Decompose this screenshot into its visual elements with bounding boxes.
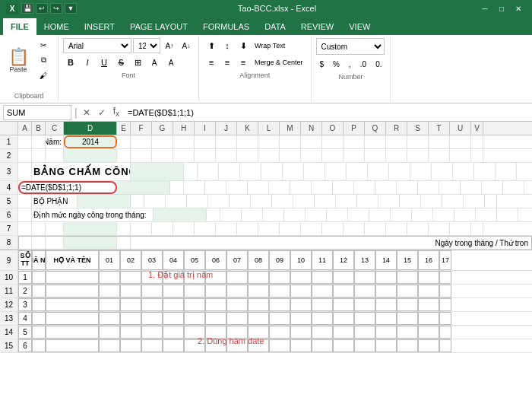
- cell-G2[interactable]: [152, 149, 173, 162]
- cell-K10[interactable]: [205, 271, 226, 284]
- border-button[interactable]: ⊞: [130, 55, 145, 70]
- col-header-N[interactable]: N: [301, 122, 322, 135]
- col-header-K[interactable]: K: [237, 122, 258, 135]
- cell-E5[interactable]: [131, 195, 144, 208]
- currency-button[interactable]: $: [316, 56, 328, 72]
- cell-H14[interactable]: [141, 326, 163, 339]
- cell-E4[interactable]: [170, 181, 184, 194]
- cell-U12[interactable]: [418, 298, 439, 311]
- cell-N3[interactable]: [368, 163, 389, 180]
- cell-P3[interactable]: [410, 163, 432, 180]
- top-align-button[interactable]: ⬆: [204, 38, 219, 53]
- cell-L3[interactable]: [325, 163, 347, 180]
- cell-B1[interactable]: [32, 135, 46, 148]
- close-button[interactable]: ✕: [511, 3, 526, 14]
- font-size-select[interactable]: 12: [133, 38, 160, 53]
- cell-Q7[interactable]: [365, 222, 386, 235]
- cell-J15[interactable]: [184, 339, 205, 352]
- cell-P12[interactable]: [312, 298, 333, 311]
- copy-button[interactable]: ⧉: [33, 53, 53, 67]
- cell-I9[interactable]: 04: [163, 250, 184, 270]
- cell-G15[interactable]: [120, 339, 141, 352]
- cell-G11[interactable]: [120, 285, 141, 298]
- cell-S14[interactable]: [375, 326, 397, 339]
- cell-R1[interactable]: [386, 135, 407, 148]
- cell-H3[interactable]: [240, 163, 261, 180]
- cell-G10[interactable]: [120, 271, 141, 284]
- cell-F11[interactable]: [99, 285, 120, 298]
- cell-B12[interactable]: [32, 298, 46, 311]
- cell-R10[interactable]: [354, 271, 375, 284]
- cell-S9[interactable]: 14: [375, 250, 397, 270]
- cell-D5[interactable]: [78, 195, 131, 208]
- cell-J5[interactable]: [230, 195, 251, 208]
- col-header-M[interactable]: M: [280, 122, 301, 135]
- italic-button[interactable]: I: [80, 55, 95, 70]
- tab-home[interactable]: HOME: [36, 18, 77, 35]
- cell-K3[interactable]: [304, 163, 325, 180]
- cell-U7[interactable]: [450, 222, 471, 235]
- col-header-V[interactable]: V: [471, 122, 483, 135]
- cell-I14[interactable]: [163, 326, 184, 339]
- cell-Q2[interactable]: [365, 149, 386, 162]
- cell-G5[interactable]: [166, 195, 187, 208]
- col-header-I[interactable]: I: [195, 122, 216, 135]
- col-header-T[interactable]: T: [429, 122, 450, 135]
- cell-B8[interactable]: [32, 236, 46, 249]
- cell-H2[interactable]: [173, 149, 195, 162]
- cell-S15[interactable]: [375, 339, 397, 352]
- merge-center-button[interactable]: Merge & Center: [252, 55, 306, 70]
- cell-I13[interactable]: [163, 312, 184, 325]
- cell-L11[interactable]: [226, 285, 248, 298]
- cell-F2[interactable]: [131, 149, 152, 162]
- cell-J2[interactable]: [216, 149, 237, 162]
- cell-B6[interactable]: Định mức ngày công trong tháng:: [32, 208, 154, 221]
- cell-V11[interactable]: [439, 285, 451, 298]
- cell-A13[interactable]: 4: [18, 312, 32, 325]
- cell-V5[interactable]: [485, 195, 497, 208]
- cell-M9[interactable]: 08: [248, 250, 269, 270]
- cell-H13[interactable]: [141, 312, 163, 325]
- cell-L5[interactable]: [272, 195, 293, 208]
- cell-Q5[interactable]: [378, 195, 400, 208]
- cell-U5[interactable]: [464, 195, 485, 208]
- cell-F3[interactable]: [198, 163, 219, 180]
- cell-A6[interactable]: [18, 208, 32, 221]
- cell-P6[interactable]: [433, 208, 454, 221]
- cell-A4[interactable]: =DATE($D$1;1;1): [18, 181, 117, 194]
- cell-L12[interactable]: [226, 298, 248, 311]
- cell-R13[interactable]: [354, 312, 375, 325]
- cell-N1[interactable]: [301, 135, 322, 148]
- cancel-formula-icon[interactable]: ✕: [81, 107, 93, 118]
- customize-icon[interactable]: ▼: [65, 3, 77, 14]
- cell-A3[interactable]: [18, 163, 32, 180]
- cell-P4[interactable]: [397, 181, 418, 194]
- cell-D8[interactable]: [64, 236, 117, 249]
- cell-T9[interactable]: 15: [397, 250, 418, 270]
- cell-N12[interactable]: [269, 298, 290, 311]
- cell-V14[interactable]: [439, 326, 451, 339]
- cell-V7[interactable]: [471, 222, 483, 235]
- cell-C8[interactable]: [46, 236, 64, 249]
- cell-O4[interactable]: [375, 181, 397, 194]
- cell-C1[interactable]: Năm:: [46, 135, 64, 148]
- restore-button[interactable]: □: [494, 3, 509, 14]
- cell-V12[interactable]: [439, 298, 451, 311]
- cell-F15[interactable]: [99, 339, 120, 352]
- cell-M11[interactable]: [248, 285, 269, 298]
- cell-J11[interactable]: [184, 285, 205, 298]
- cell-V13[interactable]: [439, 312, 451, 325]
- cell-N9[interactable]: 09: [269, 250, 290, 270]
- cell-K2[interactable]: [237, 149, 258, 162]
- cell-M2[interactable]: [280, 149, 301, 162]
- cell-K1[interactable]: [237, 135, 258, 148]
- cell-U3[interactable]: [517, 163, 532, 180]
- cell-M3[interactable]: [347, 163, 368, 180]
- cell-K12[interactable]: [205, 298, 226, 311]
- col-header-F[interactable]: F: [131, 122, 152, 135]
- col-header-E[interactable]: E: [117, 122, 131, 135]
- center-align-button[interactable]: ≡: [220, 55, 235, 70]
- cell-O2[interactable]: [322, 149, 344, 162]
- cell-K6[interactable]: [327, 208, 348, 221]
- cell-S1[interactable]: [407, 135, 429, 148]
